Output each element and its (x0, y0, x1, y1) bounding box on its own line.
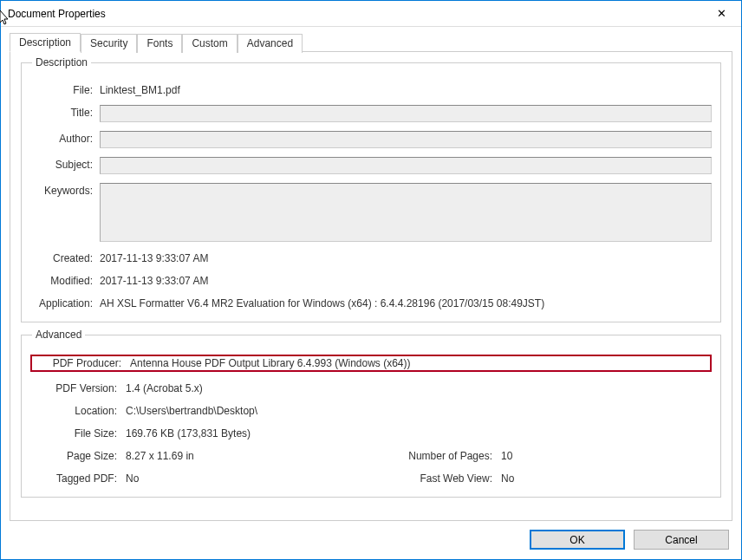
label-created: Created: (30, 251, 100, 264)
label-author: Author: (30, 131, 100, 145)
label-keywords: Keywords: (30, 183, 100, 197)
label-subject: Subject: (30, 157, 100, 171)
value-modified: 2017-11-13 9:33:07 AM (100, 273, 712, 287)
label-pages: Number of Pages: (371, 448, 501, 462)
titlebar: Document Properties ✕ (1, 1, 741, 27)
value-file-size: 169.76 KB (173,831 Bytes) (126, 426, 712, 440)
tab-advanced[interactable]: Advanced (238, 34, 303, 53)
advanced-two-col: Page Size: 8.27 x 11.69 in Tagged PDF: N… (30, 440, 712, 485)
value-fast-web: No (501, 471, 712, 485)
content-area: Description Security Fonts Custom Advanc… (1, 27, 741, 560)
label-fast-web: Fast Web View: (371, 471, 501, 485)
value-created: 2017-11-13 9:33:07 AM (100, 251, 712, 264)
label-title: Title: (30, 105, 100, 119)
close-icon: ✕ (717, 7, 726, 20)
tab-custom[interactable]: Custom (182, 34, 237, 53)
advanced-group-label: Advanced (32, 329, 85, 341)
label-application: Application: (30, 296, 100, 309)
input-author[interactable] (100, 131, 712, 148)
value-tagged: No (126, 471, 371, 485)
label-producer: PDF Producer: (35, 357, 130, 369)
ok-button[interactable]: OK (530, 530, 625, 550)
input-subject[interactable] (100, 157, 712, 174)
label-tagged: Tagged PDF: (30, 471, 126, 485)
label-file: File: (30, 82, 100, 96)
label-file-size: File Size: (30, 426, 126, 440)
tab-description[interactable]: Description (10, 33, 81, 52)
tab-panel: Description File: Linktest_BM1.pdf Title… (10, 51, 732, 521)
tab-strip: Description Security Fonts Custom Advanc… (10, 33, 732, 52)
description-group-label: Description (32, 56, 91, 68)
dialog-window: Document Properties ✕ Description Securi… (0, 0, 742, 560)
label-location: Location: (30, 403, 126, 417)
label-page-size: Page Size: (30, 448, 126, 462)
input-title[interactable] (100, 105, 712, 122)
close-button[interactable]: ✕ (702, 1, 741, 26)
label-modified: Modified: (30, 273, 100, 287)
tab-fonts[interactable]: Fonts (137, 34, 182, 53)
highlight-pdf-producer: PDF Producer: Antenna House PDF Output L… (30, 355, 712, 372)
cancel-button[interactable]: Cancel (634, 530, 729, 550)
tab-security[interactable]: Security (81, 34, 137, 53)
value-page-size: 8.27 x 11.69 in (126, 448, 371, 462)
value-file: Linktest_BM1.pdf (100, 82, 712, 96)
advanced-group: Advanced PDF Producer: Antenna House PDF… (21, 335, 721, 498)
label-version: PDF Version: (30, 381, 126, 394)
value-producer: Antenna House PDF Output Library 6.4.993… (130, 357, 707, 369)
value-version: 1.4 (Acrobat 5.x) (126, 381, 712, 394)
button-row: OK Cancel (10, 521, 732, 551)
description-group: Description File: Linktest_BM1.pdf Title… (21, 62, 721, 322)
value-location: C:\Users\bertrandb\Desktop\ (126, 403, 712, 417)
input-keywords[interactable] (100, 183, 712, 242)
value-application: AH XSL Formatter V6.4 MR2 Evaluation for… (100, 296, 712, 309)
value-pages: 10 (501, 448, 712, 462)
window-title: Document Properties (8, 8, 106, 20)
